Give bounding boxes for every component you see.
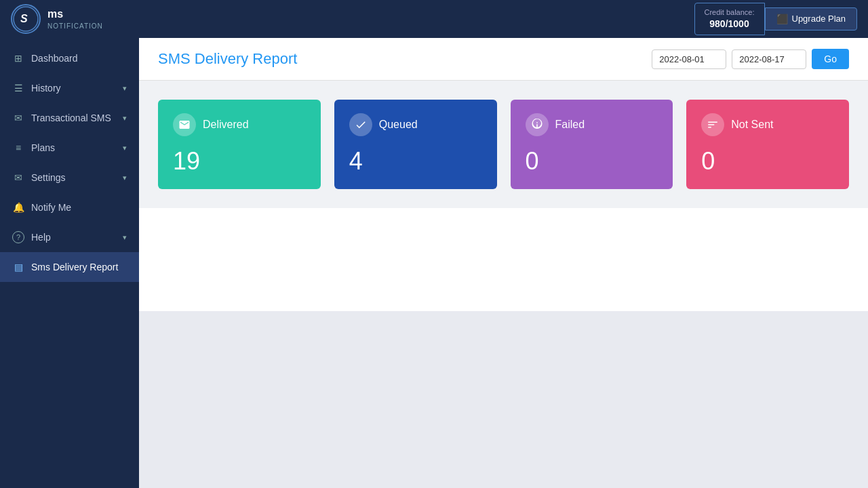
content-panel: Delivered 19 Queued	[139, 81, 868, 311]
date-filter: Go	[652, 49, 849, 69]
queued-label: Queued	[379, 119, 418, 131]
sidebar: ⊞ Dashboard ☰ History ▾ ✉ Transactional …	[0, 38, 139, 488]
failed-icon	[526, 113, 549, 136]
logo-area: S ms NOTIFICATION	[11, 4, 103, 34]
failed-header: Failed	[526, 113, 658, 136]
credit-balance: Credit balance: 980/1000	[694, 3, 765, 36]
date-from-input[interactable]	[652, 49, 726, 69]
go-button[interactable]: Go	[812, 49, 849, 69]
chevron-down-icon: ▾	[123, 114, 127, 123]
chevron-down-icon: ▾	[123, 233, 127, 242]
settings-icon: ✉	[12, 171, 24, 184]
delivered-value: 19	[173, 147, 306, 176]
stat-card-queued: Queued 4	[334, 100, 497, 189]
content-area: SMS Delivery Report Go	[139, 38, 868, 488]
chevron-down-icon: ▾	[123, 144, 127, 152]
transactional-sms-icon: ✉	[12, 112, 24, 124]
top-bar: S ms NOTIFICATION Credit balance: 980/10…	[0, 0, 868, 38]
sidebar-item-label: Plans	[31, 142, 55, 153]
chevron-down-icon: ▾	[123, 84, 127, 93]
stats-section: Delivered 19 Queued	[139, 81, 868, 208]
upgrade-icon: ⬛	[776, 14, 788, 24]
svg-text:S: S	[20, 13, 28, 24]
help-icon: ?	[12, 231, 24, 243]
sms-delivery-report-icon: ▤	[12, 261, 24, 273]
sidebar-item-label: Notify Me	[31, 202, 71, 213]
sidebar-item-label: History	[31, 83, 61, 94]
delivered-label: Delivered	[203, 119, 249, 131]
sidebar-item-plans[interactable]: ≡ Plans ▾	[0, 133, 139, 163]
queued-value: 4	[349, 147, 482, 176]
queued-header: Queued	[349, 113, 482, 136]
main-layout: ⊞ Dashboard ☰ History ▾ ✉ Transactional …	[0, 38, 868, 488]
content-header: SMS Delivery Report Go	[139, 38, 868, 81]
sidebar-item-help[interactable]: ? Help ▾	[0, 222, 139, 252]
sidebar-item-settings[interactable]: ✉ Settings ▾	[0, 163, 139, 192]
delivered-icon	[173, 113, 196, 136]
top-right: Credit balance: 980/1000 ⬛ Upgrade Plan	[694, 3, 858, 36]
chevron-down-icon: ▾	[123, 174, 127, 182]
stat-card-not-sent: Not Sent 0	[686, 100, 849, 189]
dashboard-icon: ⊞	[12, 52, 24, 64]
stats-cards: Delivered 19 Queued	[158, 100, 849, 189]
sidebar-item-notify-me[interactable]: 🔔 Notify Me	[0, 192, 139, 222]
page-title: SMS Delivery Report	[158, 50, 297, 68]
queued-icon	[349, 113, 372, 136]
not-sent-label: Not Sent	[731, 119, 773, 131]
logo-icon: S	[11, 4, 41, 34]
page-title-s: S	[158, 50, 168, 67]
sidebar-item-label: Sms Delivery Report	[31, 262, 118, 272]
sidebar-item-dashboard[interactable]: ⊞ Dashboard	[0, 43, 139, 73]
failed-label: Failed	[555, 119, 585, 131]
history-icon: ☰	[12, 82, 24, 94]
plans-icon: ≡	[12, 142, 24, 154]
date-to-input[interactable]	[732, 49, 806, 69]
not-sent-header: Not Sent	[701, 113, 834, 136]
notify-me-icon: 🔔	[12, 201, 24, 214]
failed-value: 0	[526, 147, 658, 176]
credit-amount: 980/1000	[705, 18, 755, 31]
sidebar-item-label: Transactional SMS	[31, 113, 111, 123]
sidebar-item-label: Help	[31, 232, 51, 243]
logo-text: ms NOTIFICATION	[47, 7, 103, 31]
not-sent-icon	[701, 113, 724, 136]
delivered-header: Delivered	[173, 113, 306, 136]
sidebar-item-label: Settings	[31, 172, 66, 183]
sidebar-item-history[interactable]: ☰ History ▾	[0, 73, 139, 103]
stat-card-failed: Failed 0	[511, 100, 673, 189]
sidebar-item-transactional-sms[interactable]: ✉ Transactional SMS ▾	[0, 103, 139, 133]
sidebar-item-label: Dashboard	[31, 53, 78, 64]
not-sent-value: 0	[701, 147, 834, 176]
sidebar-item-sms-delivery-report[interactable]: ▤ Sms Delivery Report	[0, 252, 139, 282]
stat-card-delivered: Delivered 19	[158, 100, 321, 189]
upgrade-plan-button[interactable]: ⬛ Upgrade Plan	[765, 7, 858, 30]
